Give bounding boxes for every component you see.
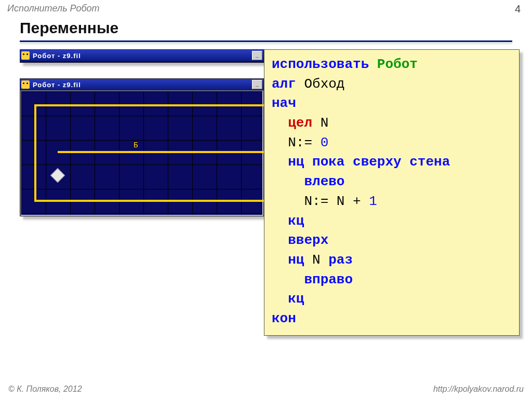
slide-subject: Исполнитель Робот xyxy=(0,0,532,14)
window-title: Робот - z9.fil xyxy=(33,52,252,60)
minimize-button[interactable]: _ xyxy=(252,51,262,60)
copyright: © К. Поляков, 2012 xyxy=(8,385,82,394)
footer-url: http://kpolyakov.narod.ru xyxy=(433,385,524,394)
title-underline xyxy=(20,40,512,42)
window-title: Робот - z9.fil xyxy=(33,81,252,89)
wall xyxy=(34,104,36,202)
page-number: 4 xyxy=(515,3,521,15)
wall xyxy=(34,104,265,106)
code-listing: использовать Робот алг Обход нач цел N N… xyxy=(264,49,520,336)
robot-window-collapsed: Робот - z9.fil _ xyxy=(20,49,264,63)
robot-face-icon xyxy=(21,80,30,89)
wall xyxy=(34,200,265,202)
minimize-button[interactable]: _ xyxy=(252,80,262,89)
robot-face-icon xyxy=(21,51,30,60)
cell-label: Б xyxy=(134,141,138,149)
robot-window: Робот - z9.fil _ xyxy=(20,78,264,216)
slide-title: Переменные xyxy=(20,19,512,39)
wall xyxy=(58,151,265,153)
robot-grid: Б xyxy=(20,90,263,216)
robot-icon xyxy=(50,168,65,183)
